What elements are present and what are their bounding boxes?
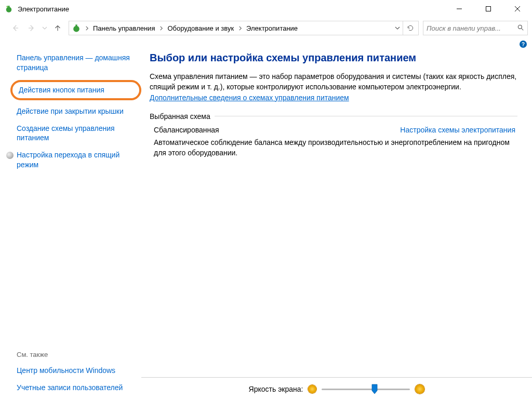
plan-name: Сбалансированная [154,126,219,134]
navbar: Панель управления Оборудование и звук Эл… [0,18,532,38]
slider-thumb[interactable] [371,384,378,394]
control-panel-home-link[interactable]: Панель управления — домашняя страница [17,53,136,73]
search-icon [517,24,524,33]
breadcrumb-item[interactable]: Электропитание [244,24,300,32]
svg-line-12 [522,28,524,30]
back-button[interactable] [7,20,23,36]
plan-description: Автоматическое соблюдение баланса между … [150,137,517,158]
address-dropdown[interactable] [392,25,403,31]
page-description: Схема управления питанием — это набор па… [150,71,517,103]
sidebar-item-power-button-actions[interactable]: Действия кнопок питания [19,85,133,95]
highlight-oval: Действия кнопок питания [10,80,141,100]
see-also-user-accounts[interactable]: Учетные записи пользователей [17,383,136,393]
svg-rect-1 [8,6,10,8]
close-button[interactable] [503,0,532,18]
main-pane: Выбор или настройка схемы управления пит… [141,50,532,400]
window-title: Электропитание [18,5,445,13]
search-box[interactable]: Поиск в панели управ... [423,21,528,35]
search-placeholder: Поиск в панели управ... [427,24,515,32]
selected-plan-heading: Выбранная схема [150,112,210,121]
breadcrumb-item[interactable]: Оборудование и звук [165,24,236,32]
power-options-icon [71,23,82,33]
recent-locations-dropdown[interactable] [41,25,49,31]
sidebar-item-sleep-settings[interactable]: Настройка перехода в спящий режим [17,150,136,170]
svg-point-11 [518,25,522,29]
sidebar: Панель управления — домашняя страница Де… [0,50,141,400]
sun-bright-icon [415,384,424,394]
change-plan-settings-link[interactable]: Настройка схемы электропитания [400,126,515,134]
up-button[interactable] [50,20,65,36]
divider [215,116,517,116]
sidebar-item-create-power-plan[interactable]: Создание схемы управления питанием [17,124,136,143]
address-bar[interactable]: Панель управления Оборудование и звук Эл… [69,21,419,35]
page-title: Выбор или настройка схемы управления пит… [150,52,517,64]
minimize-button[interactable] [445,0,474,18]
see-also-mobility-center[interactable]: Центр мобильности Windows [17,366,136,376]
svg-rect-10 [75,24,77,27]
app-icon [4,4,14,14]
chevron-right-icon [83,26,91,31]
forward-button[interactable] [24,20,39,36]
help-icon[interactable]: ? [520,41,527,48]
svg-point-2 [7,6,8,7]
brightness-label: Яркость экрана: [249,385,303,393]
see-also-heading: См. также [17,351,136,358]
maximize-button[interactable] [474,0,503,18]
learn-more-link[interactable]: Дополнительные сведения о схемах управле… [150,94,349,102]
brightness-slider[interactable] [322,384,410,394]
titlebar: Электропитание [0,0,532,18]
refresh-button[interactable] [403,21,417,35]
chevron-right-icon [236,26,244,31]
description-text: Схема управления питанием — это набор па… [150,72,516,91]
sun-dim-icon [308,385,316,393]
svg-rect-4 [486,7,491,11]
sidebar-item-lid-close-action[interactable]: Действие при закрытии крышки [17,106,136,116]
breadcrumb-item[interactable]: Панель управления [91,24,157,32]
brightness-bar: Яркость экрана: [141,377,532,400]
chevron-right-icon [157,26,165,31]
